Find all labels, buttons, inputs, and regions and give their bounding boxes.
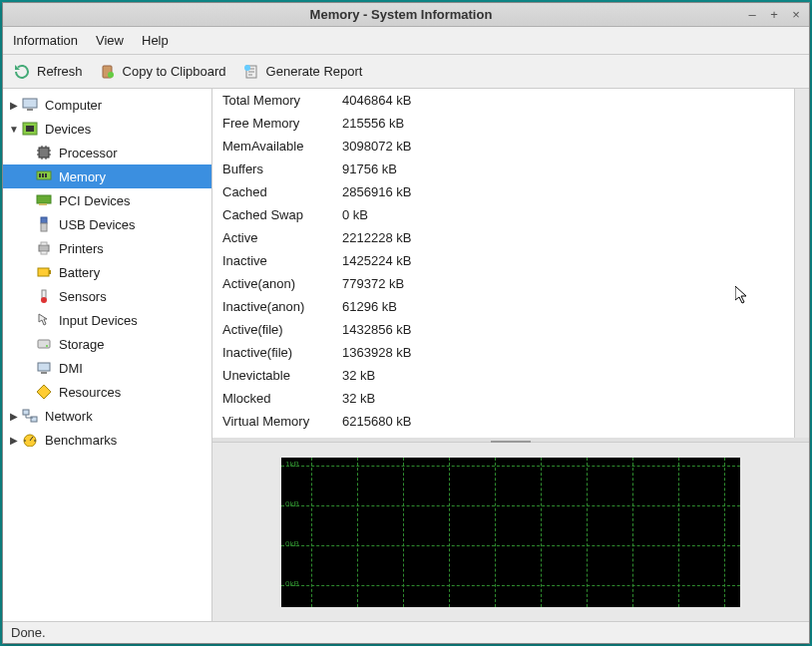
battery-icon bbox=[35, 264, 53, 280]
menu-information[interactable]: Information bbox=[13, 33, 78, 48]
sidebar-item-processor[interactable]: Processor bbox=[3, 141, 211, 164]
svg-rect-5 bbox=[27, 109, 33, 111]
main-pane: Total Memory4046864 kBFree Memory215556 … bbox=[212, 89, 809, 621]
table-row[interactable]: Inactive(file)1363928 kB bbox=[212, 341, 809, 364]
table-row[interactable]: Virtual Memory6215680 kB bbox=[212, 410, 809, 433]
sidebar-item-label: Processor bbox=[59, 146, 118, 161]
close-button[interactable]: × bbox=[789, 7, 803, 22]
refresh-button[interactable]: Refresh bbox=[13, 63, 83, 81]
graph-ylabel: 0kB bbox=[285, 539, 299, 548]
sidebar-item-devices[interactable]: ▼ Devices bbox=[3, 117, 211, 141]
sidebar-item-benchmarks[interactable]: ▶ Benchmarks bbox=[3, 428, 211, 452]
table-row[interactable]: Unevictable32 kB bbox=[212, 364, 809, 387]
svg-rect-21 bbox=[49, 270, 51, 274]
mem-value: 2856916 kB bbox=[342, 184, 809, 199]
svg-point-23 bbox=[41, 297, 47, 303]
toolbar: Refresh Copy to Clipboard Generate Repor… bbox=[3, 55, 809, 89]
benchmarks-icon bbox=[21, 432, 39, 448]
menu-view[interactable]: View bbox=[96, 33, 124, 48]
mem-value: 1425224 kB bbox=[342, 253, 809, 268]
svg-rect-18 bbox=[41, 242, 47, 245]
expander-icon[interactable]: ▼ bbox=[7, 124, 21, 135]
table-row[interactable]: Total Memory4046864 kB bbox=[212, 89, 809, 112]
refresh-icon bbox=[13, 63, 31, 81]
memory-table[interactable]: Total Memory4046864 kBFree Memory215556 … bbox=[212, 89, 809, 442]
sidebar-item-label: Resources bbox=[59, 385, 121, 400]
expander-icon[interactable]: ▶ bbox=[7, 435, 21, 446]
table-row[interactable]: Cached Swap0 kB bbox=[212, 203, 809, 226]
storage-icon bbox=[35, 336, 53, 352]
sidebar-item-resources[interactable]: Resources bbox=[3, 380, 211, 404]
sidebar-item-pci-devices[interactable]: PCI Devices bbox=[3, 188, 211, 212]
graph-ylabel: 1kB bbox=[285, 460, 299, 469]
sidebar-item-memory[interactable]: Memory bbox=[3, 164, 211, 188]
sidebar-item-input-devices[interactable]: Input Devices bbox=[3, 308, 211, 332]
sidebar-item-storage[interactable]: Storage bbox=[3, 332, 211, 356]
titlebar[interactable]: Memory - System Information – + × bbox=[3, 3, 809, 27]
table-row[interactable]: Buffers91756 kB bbox=[212, 158, 809, 180]
memory-icon bbox=[35, 168, 53, 184]
pci-icon bbox=[35, 192, 53, 208]
svg-rect-7 bbox=[26, 126, 34, 132]
table-row[interactable]: Mlocked32 kB bbox=[212, 387, 809, 410]
generate-report-button[interactable]: Generate Report bbox=[242, 63, 363, 81]
copy-clipboard-button[interactable]: Copy to Clipboard bbox=[99, 63, 226, 81]
mem-key: Active(file) bbox=[212, 322, 342, 337]
mem-value: 4046864 kB bbox=[342, 93, 809, 108]
dmi-icon bbox=[35, 360, 53, 376]
mem-key: Free Memory bbox=[212, 116, 342, 131]
expander-icon[interactable]: ▶ bbox=[7, 411, 21, 422]
computer-icon bbox=[21, 97, 39, 113]
sidebar[interactable]: ▶ Computer ▼ Devices ProcessorMemoryPCI … bbox=[3, 89, 212, 621]
table-row[interactable]: Free Memory215556 kB bbox=[212, 112, 809, 135]
sidebar-item-label: Sensors bbox=[59, 289, 107, 304]
svg-rect-13 bbox=[37, 195, 51, 203]
usb-icon bbox=[35, 216, 53, 232]
svg-rect-15 bbox=[41, 217, 47, 223]
report-label: Generate Report bbox=[266, 64, 363, 79]
splitter-handle[interactable] bbox=[491, 439, 531, 445]
minimize-button[interactable]: – bbox=[745, 7, 759, 22]
table-row[interactable]: Active(anon)779372 kB bbox=[212, 272, 809, 295]
mem-value: 1363928 kB bbox=[342, 345, 809, 360]
mem-value: 779372 kB bbox=[342, 276, 809, 291]
svg-rect-4 bbox=[23, 99, 37, 108]
svg-rect-8 bbox=[39, 148, 49, 158]
mem-value: 1432856 kB bbox=[342, 322, 809, 337]
sidebar-item-printers[interactable]: Printers bbox=[3, 236, 211, 260]
sidebar-item-battery[interactable]: Battery bbox=[3, 260, 211, 284]
sidebar-item-sensors[interactable]: Sensors bbox=[3, 284, 211, 308]
sidebar-item-usb-devices[interactable]: USB Devices bbox=[3, 212, 211, 236]
sidebar-item-label: DMI bbox=[59, 361, 83, 376]
table-row[interactable]: Active(file)1432856 kB bbox=[212, 318, 809, 341]
expander-icon[interactable]: ▶ bbox=[7, 100, 21, 111]
table-row[interactable]: Active2212228 kB bbox=[212, 226, 809, 249]
maximize-button[interactable]: + bbox=[767, 7, 781, 22]
mem-value: 91756 kB bbox=[342, 162, 809, 176]
copy-label: Copy to Clipboard bbox=[123, 64, 226, 79]
svg-point-1 bbox=[108, 72, 114, 78]
mem-key: Buffers bbox=[212, 162, 342, 176]
mem-value: 32 kB bbox=[342, 368, 809, 383]
network-icon bbox=[21, 408, 39, 424]
sidebar-item-network[interactable]: ▶ Network bbox=[3, 404, 211, 428]
table-row[interactable]: Cached2856916 kB bbox=[212, 180, 809, 203]
table-row[interactable]: Inactive(anon)61296 kB bbox=[212, 295, 809, 318]
graph-area: 1kB0kB0kB0kB bbox=[212, 442, 809, 621]
sidebar-label: Devices bbox=[45, 122, 91, 137]
table-row[interactable]: MemAvailable3098072 kB bbox=[212, 135, 809, 158]
mem-key: MemAvailable bbox=[212, 139, 342, 154]
sidebar-item-label: Memory bbox=[59, 169, 106, 184]
menu-help[interactable]: Help bbox=[142, 33, 169, 48]
mem-value: 61296 kB bbox=[342, 299, 809, 314]
window-title: Memory - System Information bbox=[63, 7, 739, 22]
input-icon bbox=[35, 312, 53, 328]
sidebar-item-computer[interactable]: ▶ Computer bbox=[3, 93, 211, 117]
sidebar-item-label: Storage bbox=[59, 337, 105, 352]
sidebar-item-dmi[interactable]: DMI bbox=[3, 356, 211, 380]
sidebar-label: Computer bbox=[45, 98, 102, 113]
graph-ylabel: 0kB bbox=[285, 579, 299, 588]
sidebar-item-label: Input Devices bbox=[59, 313, 138, 328]
sidebar-item-label: PCI Devices bbox=[59, 193, 131, 208]
table-row[interactable]: Inactive1425224 kB bbox=[212, 249, 809, 272]
